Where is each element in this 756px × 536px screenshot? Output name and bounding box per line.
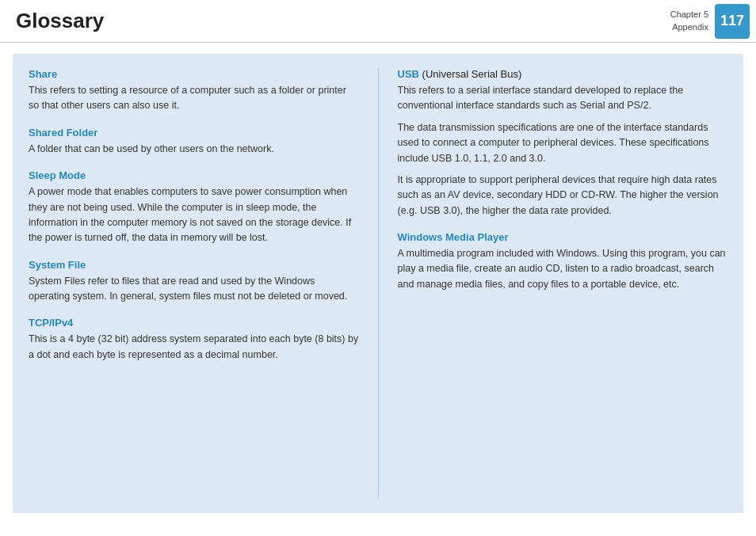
page-title: Glossary <box>16 9 104 33</box>
entry-body-sleep-mode: A power mode that enables computers to s… <box>29 184 359 246</box>
glossary-entry-shared-folder: Shared FolderA folder that can be used b… <box>29 127 359 157</box>
entry-body-tcp-ipv4: This is a 4 byte (32 bit) address system… <box>29 332 359 363</box>
entry-title-windows-media-player: Windows Media Player <box>398 231 728 243</box>
page-number-badge: 117 <box>715 4 750 39</box>
entry-paragraph-usb: It is appropriate to support peripheral … <box>398 173 728 219</box>
entry-body-system-file: System Files refer to files that are rea… <box>29 274 359 305</box>
left-column: ShareThis refers to setting a resource o… <box>29 68 359 499</box>
glossary-entry-usb: USB (Universal Serial Bus)This refers to… <box>398 68 728 219</box>
right-column: USB (Universal Serial Bus)This refers to… <box>398 68 728 499</box>
entry-title-system-file: System File <box>29 259 359 271</box>
glossary-entry-sleep-mode: Sleep ModeA power mode that enables comp… <box>29 169 359 246</box>
chapter-text: Chapter 5 Appendix <box>670 9 708 33</box>
entry-title-tcp-ipv4: TCP/IPv4 <box>29 317 359 329</box>
column-divider <box>378 68 379 499</box>
chapter-info: Chapter 5 Appendix 117 <box>664 0 756 42</box>
content-area: ShareThis refers to setting a resource o… <box>13 54 743 513</box>
entry-body-windows-media-player: A multimedia program included with Windo… <box>398 246 728 292</box>
entry-title-sleep-mode: Sleep Mode <box>29 169 359 181</box>
glossary-entry-share: ShareThis refers to setting a resource o… <box>29 68 359 114</box>
entry-title-usb: USB (Universal Serial Bus) <box>398 68 728 80</box>
glossary-entry-tcp-ipv4: TCP/IPv4This is a 4 byte (32 bit) addres… <box>29 317 359 363</box>
page-header: Glossary Chapter 5 Appendix 117 <box>0 0 756 43</box>
entry-paragraph-usb: The data transmission specifications are… <box>398 120 728 166</box>
entry-title-shared-folder: Shared Folder <box>29 127 359 139</box>
entry-body-share: This refers to setting a resource of a c… <box>29 83 359 114</box>
glossary-entry-system-file: System FileSystem Files refer to files t… <box>29 259 359 305</box>
glossary-entry-windows-media-player: Windows Media PlayerA multimedia program… <box>398 231 728 292</box>
entry-title-share: Share <box>29 68 359 80</box>
entry-paragraph-usb: This refers to a serial interface standa… <box>398 83 728 114</box>
page-title-area: Glossary <box>0 0 664 42</box>
entry-body-shared-folder: A folder that can be used by other users… <box>29 142 359 157</box>
